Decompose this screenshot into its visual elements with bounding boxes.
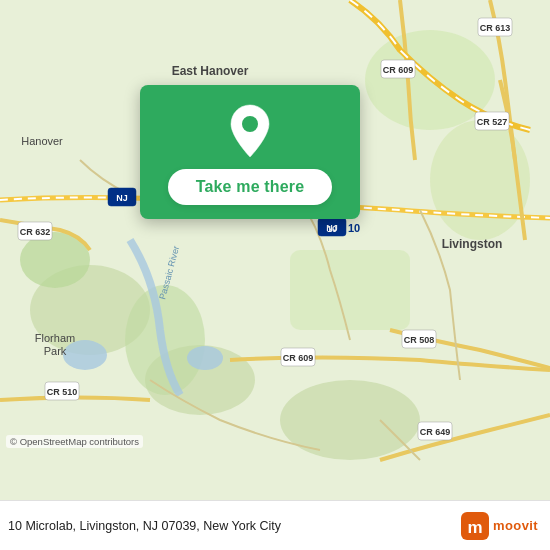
- moovit-icon: m: [461, 512, 489, 540]
- svg-rect-7: [290, 250, 410, 330]
- location-pin-icon: [227, 103, 273, 159]
- svg-point-4: [430, 120, 530, 240]
- svg-text:Florham: Florham: [35, 332, 75, 344]
- svg-text:CR 632: CR 632: [20, 227, 51, 237]
- svg-text:Park: Park: [44, 345, 67, 357]
- svg-text:NJ: NJ: [116, 193, 128, 203]
- moovit-label: moovit: [493, 518, 538, 533]
- svg-text:m: m: [467, 518, 482, 537]
- svg-text:East Hanover: East Hanover: [172, 64, 249, 78]
- take-me-there-button[interactable]: Take me there: [168, 169, 333, 205]
- svg-text:10: 10: [327, 224, 337, 234]
- svg-text:CR 609: CR 609: [283, 353, 314, 363]
- osm-attribution: © OpenStreetMap contributors: [6, 435, 143, 448]
- card-overlay: Take me there: [140, 85, 360, 219]
- svg-point-3: [280, 380, 420, 460]
- address-text: 10 Microlab, Livingston, NJ 07039, New Y…: [8, 519, 461, 533]
- map-container: CR 613 CR 609 CR 527 NJ NJ 10 10 10 CR 6…: [0, 0, 550, 500]
- svg-text:CR 527: CR 527: [477, 117, 508, 127]
- svg-text:Hanover: Hanover: [21, 135, 63, 147]
- svg-point-40: [242, 116, 258, 132]
- moovit-logo: m moovit: [461, 512, 538, 540]
- svg-text:Livingston: Livingston: [442, 237, 503, 251]
- svg-text:CR 649: CR 649: [420, 427, 451, 437]
- bottom-bar: 10 Microlab, Livingston, NJ 07039, New Y…: [0, 500, 550, 550]
- svg-text:10: 10: [348, 222, 360, 234]
- svg-text:CR 609: CR 609: [383, 65, 414, 75]
- svg-text:CR 613: CR 613: [480, 23, 511, 33]
- svg-text:CR 508: CR 508: [404, 335, 435, 345]
- svg-point-10: [187, 346, 223, 370]
- svg-point-9: [63, 340, 107, 370]
- svg-text:CR 510: CR 510: [47, 387, 78, 397]
- map-svg: CR 613 CR 609 CR 527 NJ NJ 10 10 10 CR 6…: [0, 0, 550, 500]
